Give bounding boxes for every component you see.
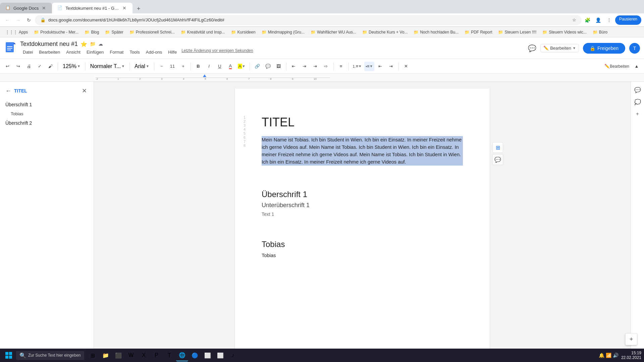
star-icon[interactable]: ☆: [572, 17, 576, 22]
last-saved-text[interactable]: Letzte Änderung vor wenigen Sekunden: [181, 48, 253, 56]
notification-icon[interactable]: 🔔: [599, 353, 604, 358]
bookmark-spaeter[interactable]: 📁 Später: [102, 28, 126, 36]
menu-format[interactable]: Format: [107, 48, 126, 56]
forward-button[interactable]: →: [13, 15, 23, 25]
taskbar-app-excel[interactable]: X: [138, 349, 150, 361]
edit-mode-pencil-icon[interactable]: ✏️ Bearbeiten: [603, 62, 631, 71]
menu-datei[interactable]: Datei: [20, 48, 36, 56]
font-selector[interactable]: Arial ▼: [132, 62, 151, 71]
bookmark-blog[interactable]: 📁 Blog: [82, 28, 102, 36]
taskbar-app-word[interactable]: W: [125, 349, 137, 361]
taskbar-app-spotify[interactable]: ♪: [227, 349, 239, 361]
undo-button[interactable]: ↩: [3, 62, 12, 71]
paint-format-button[interactable]: 🖌: [46, 62, 55, 71]
document-heading2[interactable]: Unterüberschrift 1: [262, 202, 463, 209]
folder-icon[interactable]: 📁: [90, 41, 96, 47]
bookmark-pdf-report[interactable]: 📁 PDF Report: [462, 28, 495, 36]
underline-button[interactable]: U: [215, 62, 224, 71]
right-panel-plus-button[interactable]: +: [632, 109, 643, 119]
sidebar-item-tobias[interactable]: Tobias: [0, 109, 94, 118]
settings-icon[interactable]: ⋮: [604, 15, 614, 25]
style-selector[interactable]: Normaler T... ▼: [88, 62, 127, 71]
system-clock[interactable]: 15:19 22.02.2021: [621, 351, 641, 360]
taskbar-app-powerpoint[interactable]: P: [151, 349, 163, 361]
menu-einfuegen[interactable]: Einfügen: [84, 48, 106, 56]
bookmark-steuern-lesen[interactable]: 📁 Steuern Lesen !!!!: [495, 28, 539, 36]
bookmark-deutsche-kurs[interactable]: 📁 Deutsche Kurs + Vo...: [360, 28, 410, 36]
document-heading1[interactable]: Überschrift 1: [262, 190, 463, 199]
text-color-button[interactable]: A: [226, 62, 235, 71]
menu-tools[interactable]: Tools: [127, 48, 142, 56]
bullet-list-button[interactable]: •≡ ▼ Aufzählungsliste (Strg+Umschalttast…: [364, 62, 374, 71]
taskbar-app-task-view[interactable]: ⊞: [87, 349, 99, 361]
sidebar-item-ueberschrift1[interactable]: Überschrift 1: [0, 100, 94, 109]
indent-increase-button[interactable]: ⇥: [386, 62, 396, 71]
bold-button[interactable]: B: [194, 62, 203, 71]
add-comment-button[interactable]: ⊞: [492, 142, 503, 153]
indent-decrease-button[interactable]: ⇤: [376, 62, 385, 71]
tab-close-2[interactable]: ✕: [122, 5, 127, 11]
insert-comment-button[interactable]: 💬: [263, 62, 273, 71]
menu-addons[interactable]: Add-ons: [143, 48, 165, 56]
insert-image-button[interactable]: 🖼: [274, 62, 283, 71]
suggest-edit-button[interactable]: 💬: [492, 154, 503, 165]
align-right-button[interactable]: ⇥: [311, 62, 320, 71]
font-size-decrease[interactable]: −: [157, 62, 166, 71]
document-text1[interactable]: Text 1: [262, 212, 463, 217]
insert-link-button[interactable]: 🔗: [253, 62, 262, 71]
taskbar-app-teams[interactable]: T: [163, 349, 175, 361]
taskbar-app-terminal[interactable]: ⬛: [112, 349, 124, 361]
menu-hilfe[interactable]: Hilfe: [165, 48, 179, 56]
taskbar-search[interactable]: 🔍 Zur Suche Text hier eingeben: [16, 351, 84, 360]
document-paragraph-1[interactable]: Mein Name ist Tobias. Ich bin Student in…: [262, 136, 463, 166]
sidebar-close-button[interactable]: ✕: [80, 86, 88, 96]
comment-icon[interactable]: 💬: [528, 44, 536, 52]
bookmark-wahlfaecher[interactable]: 📁 Wahlfächer WU Aus...: [308, 28, 359, 36]
sidebar-item-ueberschrift2[interactable]: Überschrift 2: [0, 118, 94, 128]
star-bookmark-icon[interactable]: ⭐: [80, 41, 87, 47]
numbered-list-button[interactable]: 1.≡ ▼: [352, 62, 363, 71]
align-left-button[interactable]: ⇤: [289, 62, 299, 71]
document-heading-tobias[interactable]: Tobias: [262, 240, 463, 249]
new-tab-button[interactable]: +: [134, 4, 143, 13]
bookmark-noch-hochladen[interactable]: 📁 Noch hochladen Bu...: [411, 28, 461, 36]
zoom-selector[interactable]: 125% ▼: [61, 62, 83, 71]
extensions-icon[interactable]: 🧩: [583, 15, 592, 25]
bookmark-professionell[interactable]: 📁 Professionell Schrei...: [127, 28, 177, 36]
line-spacing-button[interactable]: ≡: [336, 62, 346, 71]
taskbar-app-file-explorer[interactable]: 📁: [100, 349, 112, 361]
sidebar-toggle-button[interactable]: ▲: [632, 62, 641, 71]
bearbeiten-button[interactable]: ✏️ Bearbeiten ▼: [540, 44, 579, 52]
bookmark-steuern-videos[interactable]: 📁 Steuern Videos wic...: [540, 28, 589, 36]
taskbar-app-misc1[interactable]: ⬜: [202, 349, 214, 361]
tab-textdokument[interactable]: 📄 Textdokument neu #1 - Google... ✕: [52, 3, 132, 13]
taskbar-app-chrome[interactable]: 🌐: [176, 349, 188, 361]
zoom-fab-button[interactable]: +: [625, 333, 637, 345]
font-size-value[interactable]: 11: [168, 62, 177, 71]
font-size-increase[interactable]: +: [178, 62, 188, 71]
align-justify-button[interactable]: ⇨: [321, 62, 331, 71]
bookmark-mindmapping[interactable]: 📁 Mindmapping (Gru...: [259, 28, 307, 36]
sidebar-back-button[interactable]: ←: [5, 87, 11, 95]
url-bar[interactable]: 🔒 docs.google.com/document/d/1hUH8k6h7Lb…: [35, 15, 582, 25]
tab-google-docs[interactable]: 📋 Google Docs ✕: [0, 3, 52, 13]
align-center-button[interactable]: ⇥: [300, 62, 309, 71]
right-panel-comments-button[interactable]: 💬: [632, 84, 643, 95]
pausieren-button[interactable]: Pausieren: [615, 15, 641, 25]
tab-close-1[interactable]: ✕: [41, 5, 47, 11]
network-icon[interactable]: 📶: [606, 353, 611, 358]
user-avatar[interactable]: T: [629, 43, 640, 54]
right-panel-chat-button[interactable]: 💭: [632, 97, 643, 107]
taskbar-app-edge[interactable]: 🔵: [189, 349, 201, 361]
bookmark-produktsuche[interactable]: 📁 Produktsuche - Mer...: [31, 28, 81, 36]
profile-icon[interactable]: 👤: [594, 15, 603, 25]
spellcheck-button[interactable]: ✓: [35, 62, 44, 71]
taskbar-app-misc2[interactable]: ⬜: [214, 349, 226, 361]
start-button[interactable]: [3, 349, 15, 361]
clear-format-button[interactable]: ✕: [401, 62, 411, 71]
print-button[interactable]: 🖨: [24, 62, 34, 71]
back-button[interactable]: ←: [3, 15, 12, 25]
bookmark-apps[interactable]: ⋮⋮⋮ Apps: [3, 28, 31, 36]
cloud-icon[interactable]: ☁: [98, 41, 103, 47]
bookmark-kursideen[interactable]: 📁 Kursideen: [228, 28, 258, 36]
